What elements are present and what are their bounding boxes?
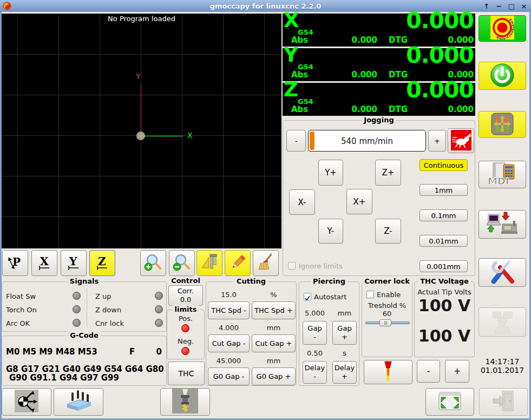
signal-z-up-label: Z up [95, 292, 112, 300]
torch-button[interactable] [364, 360, 412, 384]
threshold-value: 60 [362, 310, 412, 318]
zoom-out-button[interactable] [169, 250, 195, 276]
signal-float-sw-label: Float Sw [6, 292, 36, 300]
thc-speed-plus-button[interactable]: THC Spd + [252, 301, 296, 319]
thc-button[interactable]: THC [168, 362, 205, 385]
g0-gap-minus-button[interactable]: G0 Gap - [208, 368, 250, 385]
touch-off-button[interactable] [2, 388, 51, 416]
mdi-mode-button[interactable]: MDI [478, 161, 526, 188]
cut-gap-unit: mm [252, 324, 296, 332]
close-button[interactable]: × [520, 2, 528, 10]
jog-fast-button[interactable] [448, 128, 474, 153]
jog-speed-plus-button[interactable]: + [428, 130, 446, 152]
autostart-checkbox[interactable] [304, 293, 311, 300]
pierce-delay-plus-button[interactable]: Delay+ [332, 361, 357, 384]
cut-gap-plus-button[interactable]: Cut Gap + [252, 334, 296, 352]
x-axis-line [141, 136, 183, 136]
main-area: No Program loaded Y X P X Y Z [2, 12, 529, 418]
zoom-in-button[interactable] [140, 250, 166, 276]
auto-mode-button[interactable] [478, 210, 526, 239]
settings-button[interactable] [478, 258, 526, 287]
active-mcodes: M0 M5 M9 M48 M53 [6, 347, 97, 357]
axis-letter: Z [284, 79, 298, 101]
thc-voltage-plus-button[interactable]: + [445, 360, 469, 383]
jog-speed-value: 540 mm/min [309, 136, 425, 146]
jog-pad-icon [491, 113, 514, 137]
pierce-delay-minus-button[interactable]: Delay- [303, 361, 327, 384]
maximize-button[interactable]: □ [508, 2, 515, 10]
cut-gap-minus-button[interactable]: Cut Gap - [208, 334, 250, 352]
view-x-button[interactable]: X [31, 250, 57, 276]
view-z-button[interactable]: Z [89, 250, 115, 276]
thc-voltage-title: THC Voltage [418, 277, 471, 285]
increment-0p01mm-button[interactable]: 0.01mm [419, 235, 468, 247]
dro-axis-x[interactable]: X G54 0.000 Abs 0.000 DTG 0.000 [283, 14, 475, 47]
jog-y-minus-button[interactable]: Y- [318, 219, 343, 244]
gremlin-preview[interactable]: No Program loaded Y X [2, 14, 281, 248]
clear-preview-button[interactable] [253, 250, 279, 276]
view-y-button[interactable]: Y [61, 250, 87, 276]
machine-on-button[interactable] [478, 62, 526, 90]
correction-button[interactable]: Corr. 0.0 [168, 285, 203, 306]
user-settings-button[interactable] [478, 307, 526, 337]
pierce-gap-value: 5.000 [303, 309, 327, 317]
torch-on-led [73, 305, 81, 313]
exit-door-icon [491, 390, 515, 414]
dtg-label: DTG [389, 70, 408, 80]
draw-path-button[interactable] [225, 250, 251, 276]
jog-z-minus-button[interactable]: Z- [375, 219, 401, 244]
limit-neg-label: Neg. [167, 337, 204, 345]
jog-x-minus-button[interactable]: X- [289, 189, 315, 215]
jog-speed-minus-button[interactable]: - [286, 130, 306, 152]
fullscreen-icon [438, 390, 462, 414]
limit-pos-led [181, 324, 189, 332]
touch-plate-button[interactable] [54, 388, 103, 416]
abs-value: 0.000 [312, 70, 377, 80]
dro-axis-z[interactable]: Z G54 0.000 Abs 0.000 DTG 0.000 [283, 83, 475, 116]
emergency-stop-button[interactable]: Emergency-Stop [478, 15, 526, 42]
cutting-panel: Cutting 15.0 % THC Spd - THC Spd + 4.000… [206, 281, 297, 386]
app-window: gmoccapy for linuxcnc 2.2.0 ↑ − □ × No P… [0, 0, 531, 420]
increment-0p1mm-button[interactable]: 0.1mm [419, 209, 468, 221]
ignore-limits-checkbox[interactable] [288, 262, 296, 270]
dro-axis-y[interactable]: Y G54 0.000 Abs 0.000 DTG 0.000 [283, 48, 475, 81]
tool-change-button[interactable] [160, 388, 210, 416]
threshold-slider-handle[interactable] [379, 319, 391, 326]
exit-button[interactable] [479, 388, 528, 416]
axis-position: 0.000 [406, 43, 474, 68]
gcode-panel: G-Code M0 M5 M9 M48 M53 F 0 G8 G17 G21 G… [2, 336, 167, 386]
jog-y-plus-button[interactable]: Y+ [318, 160, 343, 186]
pierce-gap-unit: mm [332, 309, 357, 317]
increment-0p001mm-button[interactable]: 0.001mm [419, 260, 468, 272]
corner-lock-enable-checkbox[interactable] [366, 291, 374, 298]
pierce-gap-plus-button[interactable]: Gap+ [332, 321, 357, 345]
jog-x-plus-button[interactable]: X+ [346, 189, 372, 214]
autostart-label: Autostart [314, 293, 346, 301]
caliper-icon [200, 253, 219, 274]
thc-speed-minus-button[interactable]: THC Spd - [208, 301, 250, 319]
view-p-button[interactable]: P [2, 250, 28, 276]
gcode-title: G-Code [68, 331, 101, 339]
feed-label: F [129, 347, 135, 357]
increment-1mm-button[interactable]: 1mm [419, 184, 468, 196]
increment-continuous-button[interactable]: Continuous [419, 159, 468, 171]
thc-speed-value: 15.0 [208, 291, 250, 299]
dimensions-button[interactable] [196, 250, 222, 276]
jog-speed-slider[interactable]: 540 mm/min [308, 130, 426, 152]
minimize-button[interactable]: − [495, 2, 503, 10]
jog-z-plus-button[interactable]: Z+ [375, 160, 401, 186]
pierce-gap-minus-button[interactable]: Gap- [303, 321, 327, 345]
svg-text:MDI: MDI [488, 175, 509, 186]
corner-lock-enable-label: Enable [377, 291, 401, 299]
pierce-delay-value: 0.50 [303, 349, 327, 357]
power-icon [490, 63, 515, 89]
g0-gap-plus-button[interactable]: G0 Gap + [252, 368, 296, 385]
manual-jog-mode-button[interactable] [478, 111, 526, 138]
y-axis-label: Y [136, 72, 141, 81]
axis-letter: Y [284, 44, 298, 67]
thc-voltage-minus-button[interactable]: - [417, 360, 440, 383]
rollup-button[interactable]: ↑ [483, 2, 490, 10]
fullscreen-button[interactable] [425, 388, 474, 416]
dtg-label: DTG [389, 35, 408, 45]
y-axis-line [141, 84, 141, 136]
